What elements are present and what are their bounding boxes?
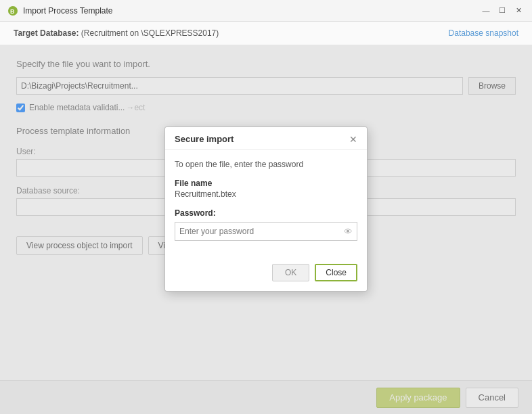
file-name-value: Recruitment.btex	[175, 189, 357, 199]
dialog-header: Secure import ✕	[165, 127, 367, 150]
title-bar: B Import Process Template — ☐ ✕	[0, 0, 532, 22]
target-db-label: Target Database: (Recruitment on \SQLEXP…	[14, 28, 219, 38]
dialog-ok-button[interactable]: OK	[272, 264, 309, 281]
window-controls: — ☐ ✕	[479, 4, 525, 18]
dialog-close-button[interactable]: Close	[315, 264, 357, 281]
db-snapshot-link[interactable]: Database snapshot	[449, 28, 518, 38]
modal-overlay: Secure import ✕ To open the file, enter …	[0, 45, 532, 414]
window-title: Import Process Template	[23, 6, 479, 16]
toggle-password-icon[interactable]: 👁	[344, 227, 353, 237]
close-window-button[interactable]: ✕	[512, 4, 525, 18]
target-db-value: (Recruitment on \SQLEXPRESS2017)	[81, 28, 219, 38]
password-input-row: 👁	[175, 222, 357, 241]
password-input[interactable]	[179, 227, 344, 236]
dialog-header-close-button[interactable]: ✕	[349, 135, 357, 144]
target-db-key: Target Database:	[14, 28, 79, 38]
password-label: Password:	[175, 208, 357, 218]
secure-import-dialog: Secure import ✕ To open the file, enter …	[164, 127, 368, 292]
main-window: Target Database: (Recruitment on \SQLEXP…	[0, 22, 532, 414]
maximize-button[interactable]: ☐	[495, 4, 509, 18]
dialog-intro-text: To open the file, enter the password	[175, 160, 357, 169]
dialog-body: To open the file, enter the password Fil…	[165, 150, 367, 264]
dialog-title: Secure import	[175, 134, 234, 144]
svg-text:B: B	[10, 8, 15, 15]
app-icon: B	[7, 5, 19, 17]
dialog-footer: OK Close	[165, 264, 367, 291]
file-name-label: File name	[175, 179, 357, 188]
minimize-button[interactable]: —	[479, 4, 493, 18]
target-db-bar: Target Database: (Recruitment on \SQLEXP…	[0, 22, 532, 45]
